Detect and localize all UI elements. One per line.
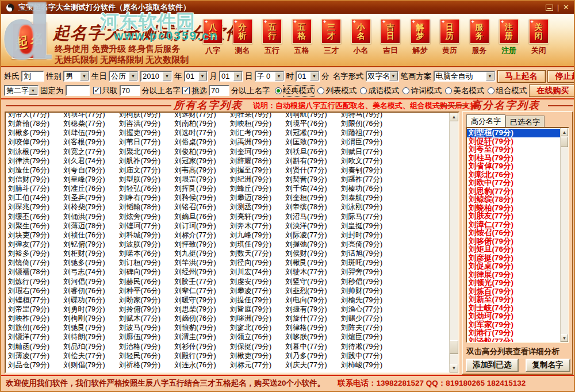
name-item[interactable]: 刘琛兆(79分) [8, 202, 64, 212]
high-score-item[interactable]: 刘劲珂(79分) [467, 312, 560, 321]
name-item[interactable]: 刘践中(77分) [341, 351, 397, 360]
name-item[interactable]: 刘舢函(79分) [8, 342, 64, 351]
name-item[interactable]: 刘电向(79分) [286, 295, 342, 305]
name-item[interactable]: 刘赋木(77分) [119, 314, 175, 323]
注册-icon[interactable]: ✦注 册 [499, 19, 519, 44]
name-item[interactable]: 刘领立(76分) [230, 332, 286, 341]
name-item[interactable]: 刘胶壬(77分) [175, 277, 231, 286]
name-item[interactable]: 刘竿洪(79分) [175, 258, 231, 267]
radio-icon[interactable] [402, 87, 409, 94]
second-char-select[interactable]: 第二字▼ [4, 85, 39, 96]
name-item[interactable]: 刘连永(76分) [175, 360, 231, 370]
name-item[interactable]: 刘限仞(76分) [341, 119, 397, 128]
name-item[interactable]: 刘楸艮(79分) [286, 258, 342, 267]
name-item[interactable]: 刘赋日(77分) [341, 147, 397, 156]
吉日-icon[interactable]: ✦吉 日 [381, 19, 400, 44]
name-item[interactable]: 刘侯财(79分) [286, 249, 342, 258]
name-item[interactable]: 刘喏本(76分) [119, 249, 175, 258]
name-item[interactable]: 刘垠罡(79分) [175, 175, 231, 184]
name-item[interactable]: 刘数天(77分) [230, 249, 286, 258]
name-item[interactable]: 刘保挺(79分) [230, 342, 286, 351]
name-item[interactable]: 刘攀凌(77分) [230, 286, 286, 295]
name-item[interactable]: 刘勇时(79分) [64, 305, 120, 314]
name-item[interactable]: 刘裕多(79分) [8, 249, 64, 258]
name-item[interactable]: 刘咨洪(79分) [119, 119, 175, 128]
name-item[interactable]: 刘韬翰(78分) [119, 202, 175, 212]
high-score-item[interactable]: 刘省倬(79分) [467, 162, 560, 171]
only-score-input[interactable]: 70 [120, 85, 140, 96]
name-item[interactable]: 刘波朕(79分) [119, 240, 175, 249]
name-item[interactable]: 刘坝斗(77分) [64, 112, 120, 119]
name-item[interactable]: 刘型朕(79分) [119, 175, 175, 184]
name-item[interactable]: 刘旗仞(76分) [8, 323, 64, 332]
radio-icon[interactable] [275, 87, 282, 94]
name-item[interactable]: 刘奔木(77分) [230, 221, 286, 230]
minimize-icon[interactable] [546, 5, 553, 11]
name-item[interactable]: 刘种平(76分) [119, 286, 175, 295]
name-item[interactable]: 刘奎珂(79分) [230, 147, 286, 156]
name-item[interactable]: 刘嫡旦(76分) [175, 212, 231, 221]
name-item[interactable]: 刘捷有(79分) [286, 305, 342, 314]
chevron-down-icon[interactable]: ▼ [389, 72, 398, 80]
name-item[interactable]: 刘煊臣(79分) [341, 332, 397, 341]
icon-button-吉日[interactable]: ✦吉 日吉日 [381, 19, 400, 56]
icon-button-五行[interactable]: ✦五 行五行 [262, 19, 282, 56]
name-item[interactable]: 刘皇挺(79分) [341, 221, 397, 230]
name-item[interactable]: 刘选时(77分) [175, 128, 231, 137]
name-item[interactable]: 刘秒倡(79分) [341, 277, 397, 286]
icon-button-八字[interactable]: ✦八 字八字 [203, 19, 223, 56]
high-score-item[interactable]: 刘顿光(79分) [467, 279, 560, 287]
name-item[interactable]: 刘衫倬(79分) [175, 342, 231, 351]
name-item[interactable]: 刘久君(74分) [64, 156, 120, 166]
name-item[interactable]: 刘肆伍(79分) [64, 128, 120, 137]
icon-button-测名[interactable]: ✦分 析测名 [233, 19, 252, 56]
name-item[interactable]: 刘待凇(79分) [341, 342, 397, 351]
name-item[interactable]: 刘缓丕(76分) [8, 212, 64, 221]
name-item[interactable]: 刘牡采(79分) [230, 112, 286, 119]
name-item[interactable]: 刘炫旁(79分) [119, 212, 175, 221]
name-item[interactable]: 刘庙文(77分) [119, 166, 175, 175]
name-item[interactable]: 刘蜂丘(79分) [230, 184, 286, 193]
name-item[interactable]: 刘境平(76分) [286, 119, 342, 128]
name-item[interactable]: 刘话旭(79分) [341, 249, 397, 258]
radio-icon[interactable] [360, 87, 367, 94]
name-item[interactable]: 刘钇俯(79分) [64, 240, 120, 249]
tab-chosen-names[interactable]: 已选名字 [505, 116, 545, 127]
name-item[interactable]: 刘瑕右(76分) [8, 286, 64, 295]
name-item[interactable]: 刘帅财(79分) [341, 286, 397, 295]
name-item[interactable]: 刘待朗(79分) [64, 332, 120, 341]
high-score-item[interactable]: 刘泾舣(77分) [467, 337, 560, 344]
name-item[interactable]: 刘哆洲(79分) [230, 314, 286, 323]
name-item[interactable]: 刘铿桓(77分) [8, 295, 64, 305]
surname-input[interactable]: 刘 [21, 71, 44, 82]
name-item[interactable]: 刘殿行(79分) [175, 351, 231, 360]
黄历-icon[interactable]: ✦日 历 [440, 19, 459, 44]
name-item[interactable]: 刘睁有(79分) [119, 193, 175, 202]
icon-button-关闭[interactable]: ✦关 闭关闭 [529, 19, 549, 56]
high-score-item[interactable]: 刘蛲柏(79分) [467, 204, 560, 213]
high-score-item[interactable]: 刘漳仁(77分) [467, 221, 560, 229]
name-item[interactable]: 刘治格(79分) [119, 342, 175, 351]
name-item[interactable]: 刘赫民(76分) [119, 277, 175, 286]
name-item[interactable]: 刘轻弘(76分) [119, 184, 175, 193]
name-item[interactable]: 刘拎俯(79分) [119, 305, 175, 314]
high-score-item[interactable]: 刘炼百(79分) [467, 287, 560, 296]
name-item[interactable]: 刘径向(79分) [230, 258, 286, 267]
copy-name-button[interactable]: 复制名字 [526, 359, 570, 372]
name-item[interactable]: 刘阵夫(77分) [341, 323, 397, 332]
name-item[interactable]: 刘韦高(79分) [175, 166, 231, 175]
mode-radio-列表模式[interactable]: 列表模式 [317, 86, 357, 96]
stop-naming-button[interactable]: 停止起名 [547, 70, 575, 83]
high-score-item[interactable]: 刘欧中(77分) [467, 179, 560, 187]
name-item[interactable]: 刘暖守(79分) [175, 295, 231, 305]
name-item[interactable]: 刘柃柴(79分) [64, 202, 120, 212]
name-item[interactable]: 刘羿旁(79分) [341, 267, 397, 276]
fixed-char-input[interactable] [66, 85, 90, 96]
name-item[interactable]: 刘帝缤(78分) [286, 202, 342, 212]
name-item[interactable]: 刘蹯祖(77分) [341, 128, 397, 137]
name-item[interactable]: 刘枸刚(79分) [64, 314, 120, 323]
name-item[interactable]: 刘琪任(79分) [230, 240, 286, 249]
name-item[interactable]: 刘亮倚(79分) [341, 240, 397, 249]
name-item[interactable]: 刘律格(79分) [286, 323, 342, 332]
name-item[interactable]: 刘际马(77分) [341, 212, 397, 221]
